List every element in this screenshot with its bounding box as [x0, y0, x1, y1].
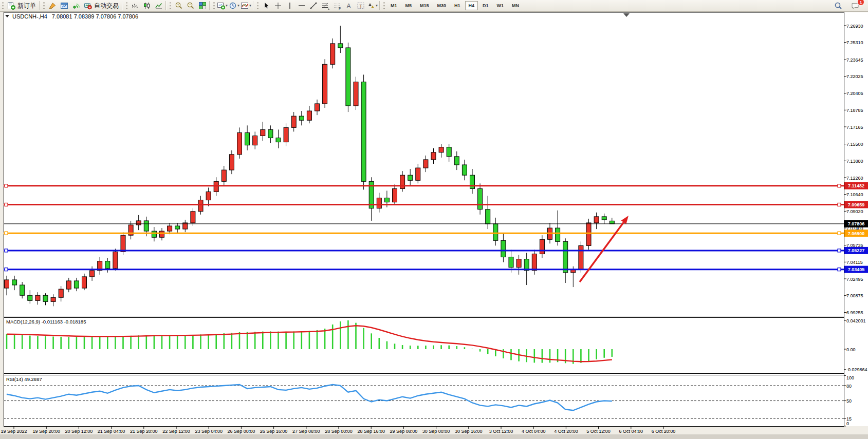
cursor-icon	[262, 2, 270, 10]
svg-text:4 Oct 04:00: 4 Oct 04:00	[522, 429, 546, 434]
zoom-in-icon	[175, 2, 183, 10]
chevron-down-icon[interactable]: ▾	[376, 4, 378, 8]
svg-text:F: F	[339, 7, 341, 10]
timeframe-m30-button[interactable]: M30	[434, 1, 450, 10]
toolbar: 新订单自动交易▾▾▾EFAT▾M1M5M15M30H1H4D1W1MN1	[0, 0, 868, 12]
auto-trading-button[interactable]	[82, 1, 94, 11]
svg-text:7.04115: 7.04115	[846, 260, 863, 265]
tile-windows-button[interactable]	[196, 1, 208, 11]
horizontal-line-button[interactable]	[296, 1, 307, 11]
svg-text:4 Oct 20:00: 4 Oct 20:00	[554, 429, 578, 434]
period-button[interactable]: ▾	[228, 1, 240, 11]
new-order-label: 新订单	[17, 2, 36, 10]
candle-chart-button[interactable]	[141, 1, 153, 11]
timeframe-h4-button[interactable]: H4	[465, 1, 478, 10]
template-button[interactable]: ▾	[240, 1, 252, 11]
svg-text:0: 0	[846, 421, 849, 426]
svg-text:19 Sep 2022: 19 Sep 2022	[1, 429, 27, 434]
toolbar-grip[interactable]	[257, 2, 258, 10]
toolbar-grip[interactable]	[213, 2, 215, 10]
period-icon	[229, 2, 237, 10]
chevron-down-icon[interactable]: ▾	[237, 4, 239, 8]
bar-chart-button[interactable]	[129, 1, 141, 11]
chevron-down-icon[interactable]: ▾	[249, 4, 251, 8]
toolbar-grip[interactable]	[2, 2, 4, 10]
new-chart-button[interactable]: ▾	[216, 1, 228, 11]
svg-text:7.07806: 7.07806	[848, 221, 865, 226]
vertical-line-button[interactable]	[284, 1, 296, 11]
svg-text:6 Oct 04:00: 6 Oct 04:00	[619, 429, 643, 434]
timeframe-w1-button[interactable]: W1	[493, 1, 508, 10]
crosshair-button[interactable]	[272, 1, 284, 11]
svg-text:7.09020: 7.09020	[846, 209, 863, 214]
toolbar-separator	[165, 1, 167, 10]
timeframe-m5-button[interactable]: M5	[402, 1, 416, 10]
svg-text:20 Sep 12:00: 20 Sep 12:00	[65, 429, 93, 434]
search-icon	[834, 2, 842, 10]
svg-text:A: A	[346, 3, 350, 10]
highlighter-button[interactable]	[46, 1, 58, 11]
toolbar-grip[interactable]	[383, 2, 385, 10]
text-button[interactable]: A	[343, 1, 355, 11]
svg-text:7.12260: 7.12260	[846, 176, 863, 181]
svg-text:21 Sep 04:00: 21 Sep 04:00	[98, 429, 125, 434]
toolbar-separator	[122, 1, 123, 10]
svg-text:7.18785: 7.18785	[846, 108, 863, 113]
toolbar-separator	[39, 1, 40, 10]
bar-chart-icon	[131, 2, 139, 10]
search-button[interactable]	[832, 1, 844, 11]
svg-text:6.99255: 6.99255	[846, 310, 863, 315]
candle-chart-icon	[143, 2, 151, 10]
zoom-in-button[interactable]	[173, 1, 184, 11]
svg-text:28 Sep 00:00: 28 Sep 00:00	[325, 429, 353, 434]
toolbar-grip[interactable]	[43, 2, 45, 10]
svg-text:19 Sep 20:00: 19 Sep 20:00	[32, 429, 60, 434]
zoom-out-button[interactable]	[184, 1, 196, 11]
timeframe-d1-button[interactable]: D1	[479, 1, 492, 10]
line-chart-button[interactable]	[153, 1, 164, 11]
trendline-icon	[309, 2, 318, 10]
svg-text:50: 50	[846, 398, 852, 404]
svg-text:30 Sep 16:00: 30 Sep 16:00	[455, 429, 483, 434]
svg-text:7.22025: 7.22025	[846, 74, 863, 79]
svg-text:3 Oct 12:00: 3 Oct 12:00	[489, 429, 513, 434]
arrows-button[interactable]: ▾	[366, 1, 378, 11]
fibonacci-button[interactable]: E	[319, 1, 331, 11]
svg-text:0.00: 0.00	[846, 347, 856, 352]
timeframe-m15-button[interactable]: M15	[416, 1, 433, 10]
new-order-button[interactable]	[5, 1, 17, 11]
svg-text:23 Sep 04:00: 23 Sep 04:00	[195, 429, 223, 434]
mt4-window: 新订单自动交易▾▾▾EFAT▾M1M5M15M30H1H4D1W1MN1 7.2…	[0, 0, 868, 439]
signal-button[interactable]	[70, 1, 82, 11]
toolbar-grip[interactable]	[126, 2, 127, 10]
timeframe-h1-button[interactable]: H1	[451, 1, 464, 10]
timeframe-m1-button[interactable]: M1	[387, 1, 401, 10]
chart-window-button[interactable]	[58, 1, 70, 11]
notifications-button[interactable]: 1	[849, 1, 861, 11]
trendline-button[interactable]	[307, 1, 319, 11]
svg-text:80: 80	[846, 384, 852, 389]
svg-text:7.00875: 7.00875	[846, 293, 863, 298]
new-order-icon	[7, 2, 15, 10]
chevron-down-icon[interactable]: ▾	[226, 4, 228, 8]
signal-icon	[72, 2, 80, 10]
timeframe-mn-button[interactable]: MN	[508, 1, 523, 10]
toolbar-separator	[253, 1, 254, 10]
cursor-button[interactable]	[260, 1, 272, 11]
svg-text:7.09659: 7.09659	[848, 202, 865, 207]
highlighter-icon	[48, 2, 57, 10]
text-label-icon: T	[357, 2, 365, 10]
svg-text:7.23645: 7.23645	[846, 58, 863, 63]
svg-text:7.10640: 7.10640	[846, 192, 863, 197]
tile-windows-icon	[198, 2, 207, 10]
toolbar-grip[interactable]	[170, 2, 171, 10]
toolbar-separator	[379, 1, 380, 10]
template-icon	[241, 2, 249, 10]
svg-text:30 Sep 00:00: 30 Sep 00:00	[422, 429, 450, 434]
svg-text:26 Sep 00:00: 26 Sep 00:00	[228, 429, 255, 434]
svg-text:7.20405: 7.20405	[846, 91, 863, 96]
chart-window[interactable]: 7.269307.253107.236457.220257.204057.187…	[0, 0, 868, 439]
chart-title: USDCNH-,H47.08081 7.08389 7.07806 7.0780…	[12, 13, 138, 20]
grid-button[interactable]: F	[331, 1, 343, 11]
text-label-button[interactable]: T	[355, 1, 366, 11]
